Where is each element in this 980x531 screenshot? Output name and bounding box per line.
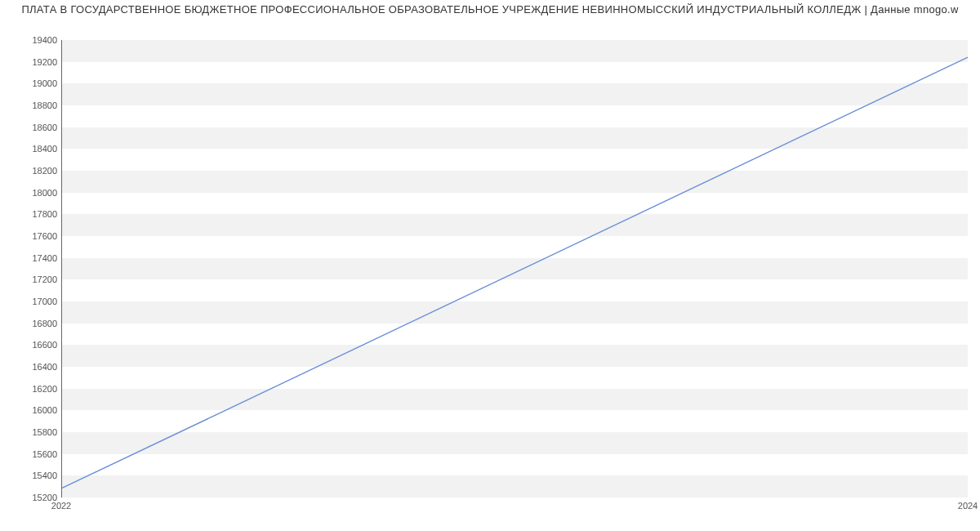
y-tick-label: 19000 <box>8 78 57 88</box>
y-tick-label: 19400 <box>8 35 57 45</box>
y-tick-label: 16800 <box>8 319 57 328</box>
y-tick-label: 18400 <box>8 144 57 154</box>
plot-area <box>61 40 968 498</box>
y-tick-label: 16200 <box>8 384 57 394</box>
y-tick-label: 15800 <box>8 427 57 437</box>
y-tick-label: 18600 <box>8 123 57 132</box>
y-tick-label: 18200 <box>8 166 57 176</box>
x-tick-label: 2022 <box>51 501 71 511</box>
y-tick-label: 18000 <box>8 188 57 198</box>
chart-title: ПЛАТА В ГОСУДАРСТВЕННОЕ БЮДЖЕТНОЕ ПРОФЕС… <box>0 0 980 22</box>
y-tick-label: 16600 <box>8 340 57 350</box>
y-tick-label: 17400 <box>8 253 57 263</box>
y-tick-label: 16400 <box>8 362 57 372</box>
y-tick-label: 17000 <box>8 297 57 306</box>
y-tick-label: 17600 <box>8 231 57 241</box>
data-series-line <box>62 57 968 488</box>
y-tick-label: 18800 <box>8 100 57 110</box>
y-tick-label: 17800 <box>8 209 57 219</box>
y-tick-label: 15200 <box>8 493 57 502</box>
y-tick-label: 17200 <box>8 274 57 284</box>
y-tick-label: 16000 <box>8 405 57 415</box>
chart-container: 1520015400156001580016000162001640016600… <box>0 22 980 529</box>
y-tick-label: 15400 <box>8 471 57 480</box>
line-layer <box>62 40 968 497</box>
y-tick-label: 19200 <box>8 57 57 67</box>
x-tick-label: 2024 <box>958 501 978 511</box>
y-tick-label: 15600 <box>8 449 57 459</box>
